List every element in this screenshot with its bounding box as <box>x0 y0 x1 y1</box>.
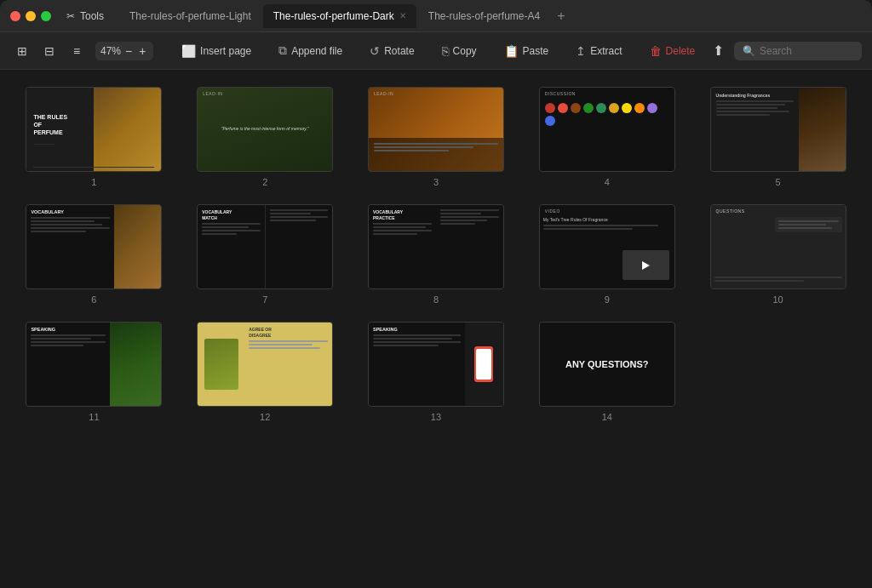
slide-thumbnail[interactable]: VOCABULARY <box>26 204 162 289</box>
slide-number: 6 <box>91 294 96 305</box>
slide-item[interactable]: VOCABULARY PRACTICE <box>359 204 513 305</box>
slide-number: 11 <box>89 412 99 422</box>
slide-number: 3 <box>433 177 439 187</box>
tab-light[interactable]: The-rules-of-perfume-Light <box>119 4 261 28</box>
slide-image-col <box>114 205 161 288</box>
extract-button[interactable]: ↥ Extract <box>569 41 628 61</box>
paste-button[interactable]: 📋 Paste <box>497 41 556 61</box>
slide-number: 7 <box>262 294 267 305</box>
search-input[interactable] <box>760 45 853 57</box>
slide-number: 14 <box>602 412 612 422</box>
slide-speaking2-text: SPEAKING <box>369 323 465 406</box>
slide-item[interactable]: DISCUSSION <box>530 87 684 187</box>
search-box[interactable]: 🔍 <box>734 42 862 60</box>
slide-vocab-match-text: VOCABULARY MATCH <box>198 205 265 288</box>
slide-item[interactable]: LEAD-IN 3 <box>359 87 513 187</box>
slide-item[interactable]: AGREE OR DISAGREE 12 <box>188 322 342 422</box>
tab-add-button[interactable]: + <box>552 9 570 24</box>
slide-item[interactable]: SPEAKING 11 <box>17 322 171 422</box>
slide-text-col: Understanding Fragrances <box>711 88 799 171</box>
slide-thumbnail[interactable]: VOCABULARY PRACTICE <box>368 204 504 289</box>
slide-number: 10 <box>772 294 783 305</box>
slide-thumbnail[interactable]: SPEAKING <box>368 322 504 407</box>
append-file-button[interactable]: ⧉ Append file <box>272 40 349 61</box>
zoom-increase-button[interactable]: + <box>136 44 148 58</box>
close-button[interactable] <box>10 11 20 21</box>
rotate-button[interactable]: ↺ Rotate <box>363 41 421 61</box>
slide-thumbnail[interactable]: QUESTIONS <box>710 204 846 289</box>
slide-dots-area <box>545 100 669 126</box>
sidebar-toggle-button[interactable]: ⊞ <box>10 39 34 63</box>
slide-vocab-text: VOCABULARY <box>26 205 114 288</box>
slide-bottom-line <box>33 167 154 168</box>
slide-number: 5 <box>776 177 781 187</box>
slide-thumbnail[interactable]: LEAD-IN "Perfume is the most intense for… <box>197 87 333 172</box>
slide-item[interactable]: LEAD-IN "Perfume is the most intense for… <box>188 87 342 187</box>
delete-button[interactable]: 🗑 Delete <box>643 41 703 61</box>
slide-speaking-text: SPEAKING <box>26 323 110 406</box>
grid-view-button[interactable]: ⊟ <box>37 39 61 63</box>
maximize-button[interactable] <box>41 11 51 21</box>
slide-number: 12 <box>260 412 270 422</box>
toolbar-right: ⬆ 🔍 <box>709 39 862 62</box>
slide-thumbnail[interactable]: SPEAKING <box>26 322 162 407</box>
slide-label: LEAD-IN <box>203 91 222 96</box>
slide-number: 2 <box>262 177 267 187</box>
slides-main-area: THE RULESOFPERFUME —————— 1 LEAD-IN "P <box>0 70 872 588</box>
tools-menu[interactable]: ✂ Tools <box>66 10 104 22</box>
video-thumbnail <box>622 250 669 280</box>
tabs-container: The-rules-of-perfume-Light The-rules-of-… <box>119 4 862 28</box>
list-view-button[interactable]: ≡ <box>65 39 89 63</box>
share-button[interactable]: ⬆ <box>709 39 727 62</box>
copy-button[interactable]: ⎘ Copy <box>435 41 484 61</box>
slide-title-text: THE RULESOFPERFUME <box>33 113 89 136</box>
toolbar: ⊞ ⊟ ≡ 47% − + ⬜ Insert page ⧉ Append fil… <box>0 32 872 70</box>
search-icon: 🔍 <box>743 45 755 57</box>
slide-label: QUESTIONS <box>716 208 745 214</box>
slide-vocab-match-right <box>265 205 333 288</box>
slide-item[interactable]: Understanding Fragrances 5 <box>701 87 855 187</box>
slide-questions-footer <box>714 277 842 282</box>
slide-thumbnail[interactable]: DISCUSSION <box>539 87 675 172</box>
toolbar-actions: ⬜ Insert page ⧉ Append file ↺ Rotate ⎘ C… <box>169 40 708 61</box>
tab-dark[interactable]: The-rules-of-perfume-Dark ✕ <box>263 4 416 28</box>
toolbar-view-controls: ⊞ ⊟ ≡ 47% − + <box>10 39 157 63</box>
slide-thumbnail[interactable]: VOCABULARY MATCH <box>197 204 333 289</box>
slide-thumbnail[interactable]: VIDEO My Ted's Tree Rules Of Fragrance <box>539 204 675 289</box>
slide-image-area <box>94 88 161 171</box>
tab-close-icon[interactable]: ✕ <box>399 11 406 20</box>
minimize-button[interactable] <box>26 11 36 21</box>
slide-item[interactable]: VOCABULARY 6 <box>17 204 171 305</box>
slide-label: DISCUSSION <box>545 91 576 96</box>
delete-icon: 🗑 <box>650 44 662 58</box>
slide-thumbnail[interactable]: THE RULESOFPERFUME —————— <box>26 87 162 172</box>
insert-page-button[interactable]: ⬜ Insert page <box>175 41 258 61</box>
slide-any-questions: ANY QUESTIONS? <box>540 323 674 406</box>
slide-item[interactable]: VIDEO My Ted's Tree Rules Of Fragrance 9 <box>530 204 684 305</box>
tools-label: Tools <box>80 10 104 22</box>
slide-vocab-practice-right <box>436 205 503 288</box>
slide-number: 8 <box>433 294 439 305</box>
slide-thumbnail[interactable]: Understanding Fragrances <box>710 87 846 172</box>
slide-number: 13 <box>431 412 441 422</box>
slide-thumbnail[interactable]: LEAD-IN <box>368 87 504 172</box>
slide-item[interactable]: ANY QUESTIONS? 14 <box>530 322 684 422</box>
slide-agree-content: AGREE OR DISAGREE <box>198 323 332 406</box>
slide-item[interactable]: SPEAKING 13 <box>359 322 513 422</box>
slide-image-col <box>799 88 846 171</box>
slide-item[interactable]: VOCABULARY MATCH <box>188 204 342 305</box>
slide-thumbnail[interactable]: AGREE OR DISAGREE <box>197 322 333 407</box>
tab-a4[interactable]: The-rules-of-perfume-A4 <box>418 4 550 28</box>
slide-item[interactable]: QUESTIONS 10 <box>701 204 855 305</box>
app-window: ✂ Tools The-rules-of-perfume-Light The-r… <box>0 0 872 588</box>
slide-item[interactable]: THE RULESOFPERFUME —————— 1 <box>17 87 171 187</box>
zoom-value: 47% <box>100 45 121 57</box>
zoom-decrease-button[interactable]: − <box>123 44 135 58</box>
play-icon <box>642 261 650 270</box>
paste-icon: 📋 <box>504 44 519 58</box>
slide-questions-box <box>775 217 842 232</box>
title-bar: ✂ Tools The-rules-of-perfume-Light The-r… <box>0 0 872 32</box>
slide-subtitle: —————— <box>33 141 89 146</box>
slide-thumbnail[interactable]: ANY QUESTIONS? <box>539 322 675 407</box>
rotate-icon: ↺ <box>370 44 380 58</box>
